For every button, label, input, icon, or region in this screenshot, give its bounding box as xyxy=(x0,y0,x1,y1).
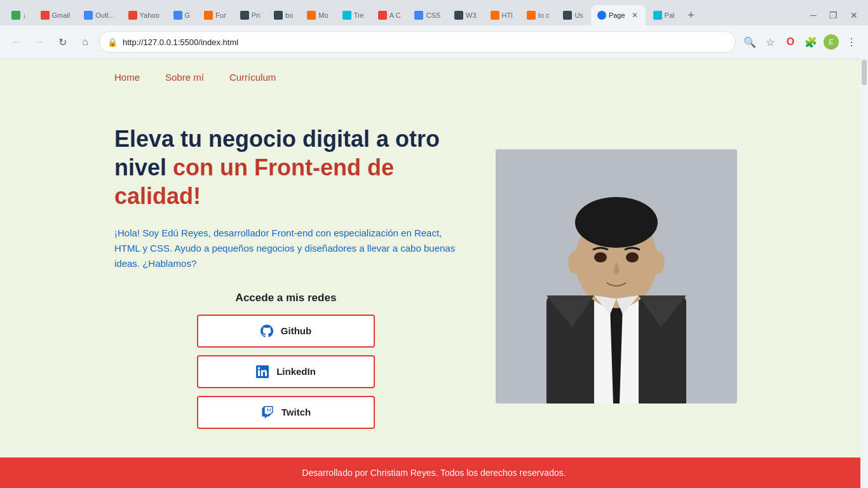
twitch-icon xyxy=(261,406,274,419)
svg-point-7 xyxy=(568,251,583,274)
tab-favicon-yahoo xyxy=(128,11,137,20)
nav-about[interactable]: Sobre mí xyxy=(165,72,204,83)
back-button[interactable]: ← xyxy=(8,33,25,51)
scrollbar-track xyxy=(860,58,868,488)
tab-label-io: Io c xyxy=(538,11,550,19)
tab-favicon-google xyxy=(173,11,182,20)
svg-point-6 xyxy=(575,197,658,248)
new-tab-button[interactable]: + xyxy=(682,6,700,24)
twitch-button[interactable]: Twitch xyxy=(197,396,375,429)
linkedin-button[interactable]: LinkedIn xyxy=(197,355,375,388)
profile-image-container xyxy=(496,149,737,403)
opera-button[interactable]: O xyxy=(782,33,799,51)
tab-label-ac: A C xyxy=(390,11,401,19)
forward-button[interactable]: → xyxy=(31,33,48,51)
svg-point-10 xyxy=(626,252,639,262)
tab-ac[interactable]: A C xyxy=(372,5,407,25)
tab-1[interactable]: ↓ xyxy=(5,5,33,25)
tab-label-css: CSS xyxy=(426,11,440,19)
hero-section: Eleva tu negocio digital a otro nivel co… xyxy=(0,95,868,458)
tab-label-ht: HTl xyxy=(502,11,513,19)
svg-point-8 xyxy=(649,251,665,274)
tab-us[interactable]: Us xyxy=(557,5,589,25)
tab-active[interactable]: Page ✕ xyxy=(591,5,646,25)
navigation-bar: ← → ↻ ⌂ 🔒 🔍 ☆ O 🧩 E ⋮ xyxy=(0,25,868,58)
tab-outlook[interactable]: Outl... xyxy=(78,5,120,25)
browser-chrome: ↓ Gmail Outl... Yahoo G Fur Pri bo xyxy=(0,0,868,59)
hero-title: Eleva tu negocio digital a otro nivel co… xyxy=(114,125,458,210)
tab-pri[interactable]: Pri xyxy=(234,5,266,25)
tab-bo[interactable]: bo xyxy=(268,5,299,25)
tab-tre[interactable]: Tre xyxy=(336,5,370,25)
tab-label-fur: Fur xyxy=(215,11,226,19)
footer-text: Desarrollado por Christiam Reyes. Todos … xyxy=(302,468,566,478)
tab-favicon-ht xyxy=(491,11,499,20)
svg-point-9 xyxy=(594,252,607,262)
url-input[interactable] xyxy=(123,37,728,47)
hero-left: Eleva tu negocio digital a otro nivel co… xyxy=(114,125,458,429)
extensions-button[interactable]: 🧩 xyxy=(802,33,820,51)
tab-w3[interactable]: W3 xyxy=(448,5,483,25)
tab-label-bo: bo xyxy=(285,11,293,19)
tab-label-outlook: Outl... xyxy=(95,11,114,19)
tab-favicon-mo xyxy=(307,11,316,20)
tab-google[interactable]: G xyxy=(167,5,197,25)
tab-favicon-bo xyxy=(274,11,283,20)
tab-gmail[interactable]: Gmail xyxy=(34,5,77,25)
social-title: Accede a mis redes xyxy=(114,292,458,304)
site-footer: Desarrollado por Christiam Reyes. Todos … xyxy=(0,458,868,488)
github-icon xyxy=(261,325,273,337)
github-button[interactable]: Github xyxy=(197,315,375,348)
tab-mo[interactable]: Mo xyxy=(301,5,334,25)
tab-favicon-pri xyxy=(240,11,249,20)
tab-favicon-ac xyxy=(378,11,387,20)
address-bar[interactable]: 🔒 xyxy=(99,31,736,53)
tab-label-pri: Pri xyxy=(252,11,260,19)
tab-favicon-1 xyxy=(11,11,20,20)
tab-label-active: Page xyxy=(609,11,625,19)
menu-button[interactable]: ⋮ xyxy=(843,33,860,51)
zoom-button[interactable]: 🔍 xyxy=(741,33,759,51)
linkedin-icon xyxy=(256,365,269,378)
nav-home[interactable]: Home xyxy=(114,72,140,83)
twitch-label: Twitch xyxy=(281,407,311,417)
home-button[interactable]: ⌂ xyxy=(76,33,94,51)
scrollbar-thumb[interactable] xyxy=(862,60,867,85)
reload-button[interactable]: ↻ xyxy=(53,33,71,51)
minimize-button[interactable]: ─ xyxy=(805,8,822,23)
tab-close-active[interactable]: ✕ xyxy=(630,10,639,20)
tab-favicon-tre xyxy=(342,11,351,20)
tab-label-gmail: Gmail xyxy=(52,11,71,19)
tab-favicon-io xyxy=(527,11,536,20)
page-content: Home Sobre mí Currículum Eleva tu negoci… xyxy=(0,59,868,458)
tab-yahoo[interactable]: Yahoo xyxy=(122,5,166,25)
hero-description: ¡Hola! Soy Edú Reyes, desarrollador Fron… xyxy=(114,226,458,271)
profile-button[interactable]: E xyxy=(822,33,840,51)
tab-favicon-w3 xyxy=(454,11,463,20)
tab-pal[interactable]: Pal xyxy=(647,5,681,25)
tab-label-google: G xyxy=(185,11,191,19)
tab-ht[interactable]: HTl xyxy=(484,5,519,25)
tab-bar: ↓ Gmail Outl... Yahoo G Fur Pri bo xyxy=(0,0,868,25)
tab-fur[interactable]: Fur xyxy=(198,5,233,25)
tab-label-w3: W3 xyxy=(466,11,477,19)
tab-favicon-active xyxy=(597,11,606,20)
tab-favicon-pal xyxy=(653,11,662,20)
tab-favicon-css xyxy=(414,11,423,20)
tab-label-tre: Tre xyxy=(354,11,364,19)
github-label: Github xyxy=(281,325,311,336)
window-controls: ─ ❐ ✕ xyxy=(805,8,863,23)
close-button[interactable]: ✕ xyxy=(845,8,863,23)
tab-favicon-us xyxy=(563,11,572,20)
bookmark-button[interactable]: ☆ xyxy=(761,33,779,51)
tab-css[interactable]: CSS xyxy=(408,5,447,25)
tab-label-yahoo: Yahoo xyxy=(140,11,159,19)
hero-right xyxy=(496,149,737,403)
tab-io[interactable]: Io c xyxy=(520,5,556,25)
maximize-button[interactable]: ❐ xyxy=(824,8,843,23)
tab-label-1: ↓ xyxy=(23,11,27,19)
nav-curriculum[interactable]: Currículum xyxy=(229,72,276,83)
tab-label-us: Us xyxy=(574,11,583,19)
tab-favicon-fur xyxy=(204,11,213,20)
site-navigation: Home Sobre mí Currículum xyxy=(0,59,868,95)
